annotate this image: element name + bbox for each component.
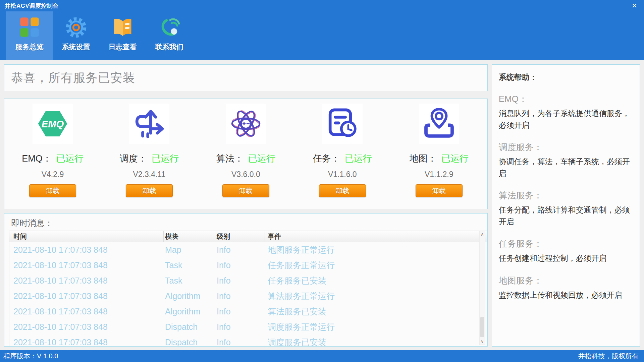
help-section-heading: EMQ： bbox=[499, 93, 633, 105]
column-header-level[interactable]: 级别 bbox=[215, 231, 265, 242]
help-section-body: 任务创建和过程控制，必须开启 bbox=[499, 252, 633, 264]
service-status: 已运行 bbox=[152, 154, 179, 164]
main-nav: 服务总览 系统设置 日志查看 bbox=[0, 11, 644, 60]
table-row[interactable]: 2021-08-10 17:07:03 848 Task Info 任务服务正常… bbox=[9, 257, 487, 273]
service-version: V3.6.0.0 bbox=[231, 170, 260, 179]
cell-module: Dispatch bbox=[164, 319, 215, 335]
workspace: 恭喜，所有服务已安装 EMQ EMQ：已运行 V4.2.9 卸载 bbox=[0, 60, 644, 350]
messages-panel: 即时消息： 时间 模块 级别 事件 2021-08-10 17:07:03 84… bbox=[4, 213, 488, 347]
cell-level: Info bbox=[215, 335, 265, 347]
cell-module: Algorithm bbox=[164, 288, 215, 304]
window-title: 井松AGV调度控制台 bbox=[5, 2, 59, 10]
column-header-event[interactable]: 事件 bbox=[265, 231, 487, 242]
service-card-map: 地图：已运行 V1.1.2.9 卸载 bbox=[391, 104, 487, 209]
help-section-body: 监控数据上传和视频回放，必须开启 bbox=[499, 289, 633, 301]
cell-time: 2021-08-10 17:07:03 848 bbox=[9, 304, 164, 319]
gear-icon bbox=[64, 15, 88, 40]
help-section-body: 协调任务，算法，车辆子系统，必须开启 bbox=[499, 156, 633, 179]
uninstall-task-button[interactable]: 卸载 bbox=[319, 184, 366, 197]
service-version: V1.1.6.0 bbox=[328, 170, 357, 179]
cell-time: 2021-08-10 17:07:03 848 bbox=[9, 319, 164, 335]
cell-module: Map bbox=[164, 242, 215, 257]
help-section-body: 消息队列，为各子系统提供通信服务，必须开启 bbox=[499, 108, 633, 131]
table-header-row: 时间 模块 级别 事件 bbox=[9, 231, 487, 242]
cell-event: 任务服务正常运行 bbox=[265, 257, 487, 273]
open-book-icon bbox=[111, 15, 135, 40]
nav-tab-log-view[interactable]: 日志查看 bbox=[99, 11, 146, 60]
scroll-up-icon[interactable]: ∧ bbox=[481, 231, 484, 237]
cell-event: 算法服务已安装 bbox=[265, 304, 487, 319]
cell-time: 2021-08-10 17:07:03 848 bbox=[9, 335, 164, 347]
service-status: 已运行 bbox=[56, 154, 84, 164]
scrollbar-thumb[interactable] bbox=[480, 317, 484, 337]
cell-event: 算法服务正常运行 bbox=[265, 288, 487, 304]
messages-scrollbar[interactable]: ∧ ∨ bbox=[479, 231, 485, 345]
service-name: 地图： bbox=[410, 154, 437, 164]
scroll-down-icon[interactable]: ∨ bbox=[481, 339, 484, 345]
table-row[interactable]: 2021-08-10 17:07:03 848 Dispatch Info 调度… bbox=[9, 335, 487, 347]
service-status: 已运行 bbox=[345, 154, 372, 164]
help-section-heading: 任务服务： bbox=[499, 238, 633, 250]
nav-tab-service-overview[interactable]: 服务总览 bbox=[6, 11, 53, 60]
task-clock-icon bbox=[322, 104, 363, 144]
help-section-heading: 地图服务： bbox=[499, 275, 633, 287]
uninstall-map-button[interactable]: 卸载 bbox=[416, 184, 463, 197]
table-row[interactable]: 2021-08-10 17:07:03 848 Dispatch Info 调度… bbox=[9, 319, 487, 335]
service-name: 调度： bbox=[120, 154, 147, 164]
service-status: 已运行 bbox=[441, 154, 469, 164]
service-card-dispatch: 调度：已运行 V2.3.4.11 卸载 bbox=[101, 104, 198, 209]
route-arrows-icon bbox=[129, 104, 169, 144]
phone-contact-icon bbox=[157, 15, 181, 40]
emq-hexagon-icon: EMQ bbox=[33, 104, 73, 144]
svg-text:EMQ: EMQ bbox=[42, 119, 64, 129]
cell-level: Info bbox=[215, 304, 265, 319]
cell-event: 调度服务已安装 bbox=[265, 335, 487, 347]
uninstall-algorithm-button[interactable]: 卸载 bbox=[222, 184, 269, 197]
column-header-module[interactable]: 模块 bbox=[164, 231, 215, 242]
nav-label: 系统设置 bbox=[62, 42, 90, 52]
cell-event: 任务服务已安装 bbox=[265, 273, 487, 288]
nav-label: 日志查看 bbox=[109, 42, 137, 52]
messages-title: 即时消息： bbox=[4, 214, 487, 231]
cell-event: 调度服务正常运行 bbox=[265, 319, 487, 335]
status-banner: 恭喜，所有服务已安装 bbox=[4, 64, 488, 91]
copyright: 井松科技，版权所有 bbox=[578, 352, 639, 361]
table-row[interactable]: 2021-08-10 17:07:03 848 Algorithm Info 算… bbox=[9, 288, 487, 304]
close-icon[interactable]: ✕ bbox=[632, 2, 637, 9]
cell-module: Algorithm bbox=[164, 304, 215, 319]
cell-level: Info bbox=[215, 288, 265, 304]
titlebar: 井松AGV调度控制台 ✕ bbox=[0, 0, 644, 11]
nav-tab-contact-us[interactable]: 联系我们 bbox=[146, 11, 193, 60]
map-pin-icon bbox=[419, 104, 459, 144]
table-row[interactable]: 2021-08-10 17:07:03 848 Map Info 地图服务正常运… bbox=[9, 242, 487, 257]
cell-level: Info bbox=[215, 319, 265, 335]
cell-module: Task bbox=[164, 273, 215, 288]
uninstall-dispatch-button[interactable]: 卸载 bbox=[126, 184, 173, 197]
nav-label: 联系我们 bbox=[155, 42, 183, 52]
program-version: 程序版本：V 1.0.0 bbox=[3, 352, 58, 361]
cell-time: 2021-08-10 17:07:03 848 bbox=[9, 242, 164, 257]
app-grid-icon bbox=[17, 15, 42, 40]
cell-level: Info bbox=[215, 257, 265, 273]
service-card-task: 任务：已运行 V1.1.6.0 卸载 bbox=[294, 104, 391, 209]
help-section-heading: 调度服务： bbox=[499, 141, 633, 153]
cell-level: Info bbox=[215, 273, 265, 288]
help-section-body: 任务分配，路线计算和交通管制，必须开启 bbox=[499, 204, 633, 227]
service-name: EMQ： bbox=[22, 154, 52, 164]
service-version: V1.1.2.9 bbox=[425, 170, 453, 179]
uninstall-emq-button[interactable]: 卸载 bbox=[29, 184, 76, 197]
cell-time: 2021-08-10 17:07:03 848 bbox=[9, 288, 164, 304]
service-card-emq: EMQ EMQ：已运行 V4.2.9 卸载 bbox=[4, 104, 101, 209]
help-section-heading: 算法服务： bbox=[499, 190, 633, 201]
cell-event: 地图服务正常运行 bbox=[265, 242, 487, 257]
atom-icon bbox=[226, 104, 266, 144]
service-name: 算法： bbox=[216, 154, 244, 164]
help-title: 系统帮助： bbox=[499, 72, 633, 82]
nav-tab-system-settings[interactable]: 系统设置 bbox=[53, 11, 99, 60]
column-header-time[interactable]: 时间 bbox=[9, 231, 164, 242]
service-version: V4.2.9 bbox=[42, 170, 64, 179]
services-panel: EMQ EMQ：已运行 V4.2.9 卸载 bbox=[4, 99, 488, 209]
table-row[interactable]: 2021-08-10 17:07:03 848 Task Info 任务服务已安… bbox=[9, 273, 487, 288]
table-row[interactable]: 2021-08-10 17:07:03 848 Algorithm Info 算… bbox=[9, 304, 487, 319]
service-name: 任务： bbox=[313, 154, 340, 164]
